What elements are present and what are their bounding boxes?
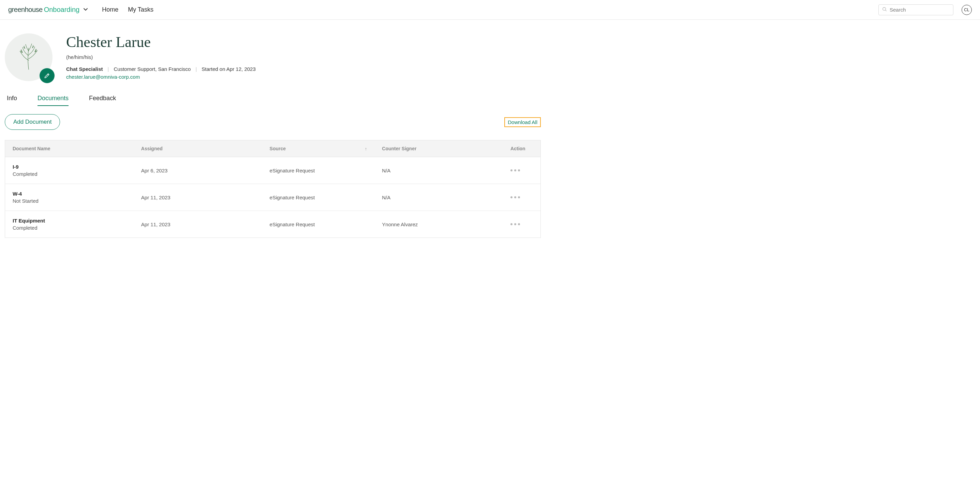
cell-source: eSignature Request — [262, 215, 375, 234]
th-counter-signer[interactable]: Counter Signer — [374, 140, 503, 157]
nav-my-tasks[interactable]: My Tasks — [128, 6, 153, 13]
search-box[interactable] — [878, 5, 953, 15]
cell-source: eSignature Request — [262, 161, 375, 180]
table-row: W-4 Not Started Apr 11, 2023 eSignature … — [5, 184, 541, 211]
cell-document: I-9 Completed — [5, 157, 134, 184]
tab-documents[interactable]: Documents — [38, 95, 68, 106]
cell-action — [503, 163, 541, 178]
cell-source: eSignature Request — [262, 188, 375, 207]
doc-status: Completed — [13, 171, 126, 177]
th-source[interactable]: Source ↑ — [262, 140, 375, 157]
cell-action — [503, 189, 541, 205]
table-row: IT Equipment Completed Apr 11, 2023 eSig… — [5, 211, 541, 238]
cell-action — [503, 216, 541, 232]
cell-document: W-4 Not Started — [5, 184, 134, 211]
logo-secondary: Onboarding — [44, 6, 80, 14]
edit-profile-button[interactable] — [40, 68, 54, 83]
cell-assigned: Apr 11, 2023 — [134, 215, 262, 234]
pencil-icon — [44, 72, 51, 79]
profile-email[interactable]: chester.larue@omniva-corp.com — [66, 74, 140, 80]
profile-started: Started on Apr 12, 2023 — [202, 66, 255, 72]
th-action: Action — [503, 140, 541, 157]
person-name: Chester Larue — [66, 33, 256, 51]
th-assigned[interactable]: Assigned — [134, 140, 262, 157]
user-avatar[interactable]: CL — [962, 5, 972, 15]
table-header-row: Document Name Assigned Source ↑ Counter … — [5, 140, 541, 157]
action-row: Add Document Download All — [5, 114, 541, 130]
main-content: Chester Larue (he/him/his) Chat Speciali… — [0, 20, 546, 252]
cell-counter-signer: N/A — [374, 161, 503, 180]
doc-status: Not Started — [13, 198, 126, 204]
tab-feedback[interactable]: Feedback — [89, 95, 116, 106]
separator: | — [196, 66, 197, 72]
logo-wrap[interactable]: greenhouse Onboarding — [8, 6, 88, 14]
logo-primary: greenhouse — [8, 6, 43, 14]
tab-info[interactable]: Info — [7, 95, 17, 106]
cell-document: IT Equipment Completed — [5, 211, 134, 238]
doc-name[interactable]: IT Equipment — [13, 218, 126, 224]
doc-name[interactable]: W-4 — [13, 191, 126, 197]
profile-picture-wrap — [5, 33, 52, 81]
cell-counter-signer: N/A — [374, 188, 503, 207]
chevron-down-icon[interactable] — [83, 6, 88, 13]
sort-asc-icon: ↑ — [365, 146, 367, 151]
cell-assigned: Apr 11, 2023 — [134, 188, 262, 207]
profile-department-location: Customer Support, San Francisco — [113, 66, 191, 72]
pronouns: (he/him/his) — [66, 54, 256, 60]
profile-info: Chester Larue (he/him/his) Chat Speciali… — [66, 33, 256, 80]
cell-assigned: Apr 6, 2023 — [134, 161, 262, 180]
doc-status: Completed — [13, 225, 126, 231]
row-actions-menu[interactable] — [511, 170, 533, 171]
main-nav: Home My Tasks — [102, 6, 153, 13]
add-document-button[interactable]: Add Document — [5, 114, 60, 130]
logo: greenhouse Onboarding — [8, 6, 80, 14]
search-input[interactable] — [889, 7, 950, 13]
documents-table: Document Name Assigned Source ↑ Counter … — [5, 140, 541, 238]
row-actions-menu[interactable] — [511, 196, 533, 198]
plant-icon — [13, 42, 44, 73]
nav-home[interactable]: Home — [102, 6, 118, 13]
tabs: Info Documents Feedback — [5, 95, 541, 106]
profile-role: Chat Specialist — [66, 66, 103, 72]
cell-counter-signer: Ynonne Alvarez — [374, 215, 503, 234]
search-icon — [882, 7, 887, 13]
download-all-button[interactable]: Download All — [504, 117, 541, 127]
separator: | — [108, 66, 109, 72]
header-bar: greenhouse Onboarding Home My Tasks CL — [0, 0, 980, 20]
doc-name[interactable]: I-9 — [13, 164, 126, 170]
th-source-label: Source — [270, 146, 286, 151]
th-document-name[interactable]: Document Name — [5, 140, 134, 157]
row-actions-menu[interactable] — [511, 223, 533, 225]
table-row: I-9 Completed Apr 6, 2023 eSignature Req… — [5, 157, 541, 184]
profile-meta: Chat Specialist | Customer Support, San … — [66, 66, 256, 72]
profile-header: Chester Larue (he/him/his) Chat Speciali… — [5, 33, 541, 81]
